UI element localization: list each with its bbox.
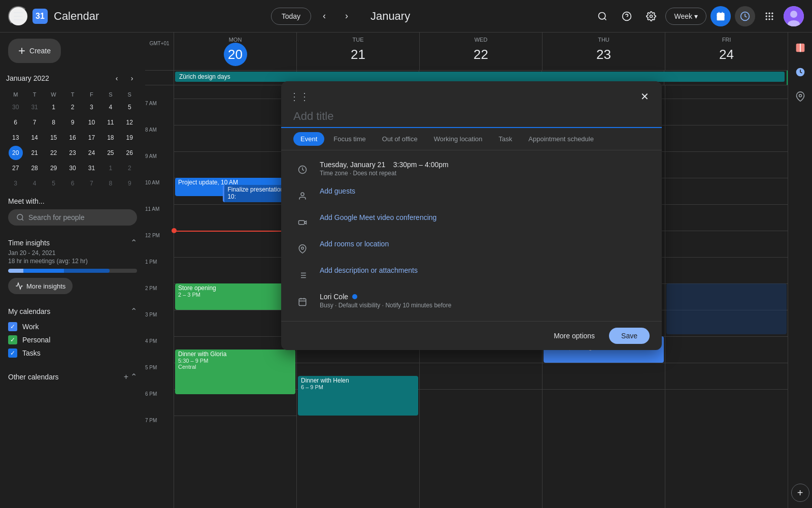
mini-day[interactable]: 7 [27, 115, 42, 130]
tab-appointment[interactable]: Appointment schedule [521, 132, 601, 146]
mini-day[interactable]: 22 [47, 146, 61, 160]
mini-day[interactable]: 7 [84, 176, 98, 190]
day-num-20[interactable]: 20 [224, 43, 247, 66]
other-calendars-collapse[interactable]: ⌃ [130, 372, 137, 382]
prev-arrow[interactable]: ‹ [315, 7, 333, 25]
day-num-23[interactable]: 23 [592, 43, 616, 66]
search-people-field[interactable]: Search for people [8, 209, 137, 226]
today-button[interactable]: Today [271, 8, 311, 25]
help-button[interactable] [617, 6, 637, 26]
tab-task[interactable]: Task [492, 132, 520, 146]
calendar-item-work[interactable]: ✓ Work [8, 320, 137, 333]
add-location-link[interactable]: Add rooms or location [320, 240, 389, 248]
add-guests-link[interactable]: Add guests [320, 187, 355, 195]
mini-day[interactable]: 25 [104, 146, 118, 160]
event-date[interactable]: Tuesday, January 21 [320, 161, 385, 169]
mini-day[interactable]: 21 [27, 146, 42, 160]
search-button[interactable] [592, 6, 613, 26]
mini-day[interactable]: 31 [84, 161, 98, 175]
mini-day[interactable]: 1 [104, 161, 118, 175]
work-checkbox[interactable]: ✓ [8, 322, 17, 331]
tab-working-location[interactable]: Working location [427, 132, 490, 146]
event-fri-unknown[interactable] [666, 283, 787, 334]
mini-day[interactable]: 3 [84, 100, 98, 114]
mini-day[interactable]: 15 [47, 131, 61, 145]
event-dinner-gloria[interactable]: Dinner with Gloria 5:30 – 9 PM Central [175, 350, 295, 394]
event-dinner-helen[interactable]: Dinner with Helen 6 – 9 PM [298, 376, 418, 416]
apps-button[interactable] [759, 6, 780, 26]
event-title-input[interactable] [281, 106, 662, 128]
calendar-item-personal[interactable]: ✓ Personal [8, 333, 137, 346]
mini-day[interactable]: 31 [27, 100, 42, 114]
mini-day[interactable]: 2 [65, 100, 80, 114]
mini-day[interactable]: 8 [104, 176, 118, 190]
mini-day[interactable]: 23 [65, 146, 80, 160]
add-meet-link[interactable]: Add Google Meet video conferencing [320, 213, 436, 221]
tab-focus-time[interactable]: Focus time [326, 132, 373, 146]
settings-button[interactable] [641, 6, 661, 26]
right-maps-icon[interactable] [791, 87, 809, 106]
mini-next[interactable]: › [125, 71, 139, 85]
add-other-calendar[interactable]: + [124, 372, 128, 382]
my-calendars-collapse[interactable]: ⌃ [130, 306, 137, 316]
mini-day[interactable]: 27 [9, 161, 23, 175]
tab-out-of-office[interactable]: Out of office [375, 132, 425, 146]
day-num-22[interactable]: 22 [469, 43, 493, 66]
right-notifications-icon[interactable] [791, 39, 809, 57]
mini-prev[interactable]: ‹ [110, 71, 124, 85]
mini-day[interactable]: 28 [27, 161, 42, 175]
create-button[interactable]: + Create [8, 39, 61, 63]
mini-day[interactable]: 4 [104, 100, 118, 114]
mini-day-today[interactable]: 20 [9, 146, 23, 160]
mini-day[interactable]: 1 [47, 100, 61, 114]
day-num-24[interactable]: 24 [715, 43, 738, 66]
mini-day[interactable]: 18 [104, 131, 118, 145]
mini-day[interactable]: 19 [122, 131, 137, 145]
mini-day[interactable]: 17 [84, 131, 98, 145]
mini-day[interactable]: 5 [122, 100, 137, 114]
mini-day[interactable]: 26 [122, 146, 137, 160]
day-num-21[interactable]: 21 [347, 43, 370, 66]
more-insights-button[interactable]: More insights [8, 278, 73, 294]
mini-day[interactable]: 30 [65, 161, 80, 175]
mini-day[interactable]: 5 [47, 176, 61, 190]
tab-event[interactable]: Event [293, 132, 324, 146]
mini-day[interactable]: 12 [122, 115, 137, 130]
event-time-range[interactable]: 3:30pm – 4:00pm [393, 161, 449, 169]
mini-day[interactable]: 10 [84, 115, 98, 130]
hamburger-menu[interactable] [8, 6, 28, 26]
view-selector[interactable]: Week ▾ [665, 8, 706, 25]
mini-day[interactable]: 8 [47, 115, 61, 130]
tasks-toggle[interactable] [735, 6, 755, 26]
drag-handle-icon[interactable]: ⋮⋮ [289, 90, 310, 103]
mini-day[interactable]: 9 [65, 115, 80, 130]
calendar-view-toggle[interactable] [710, 6, 731, 26]
mini-day[interactable]: 14 [27, 131, 42, 145]
mini-day[interactable]: 9 [122, 176, 137, 190]
mini-day[interactable]: 29 [47, 161, 61, 175]
mini-day[interactable]: 6 [9, 115, 23, 130]
personal-checkbox[interactable]: ✓ [8, 335, 17, 344]
day-col-mon[interactable]: Project update, 10 AM Finalize presentat… [174, 85, 296, 508]
tasks-checkbox[interactable]: ✓ [8, 348, 17, 358]
event-store-opening[interactable]: Store opening 2 – 3 PM [175, 283, 295, 310]
day-col-fri[interactable] [665, 85, 788, 508]
user-avatar[interactable] [784, 6, 804, 26]
mini-day[interactable]: 11 [104, 115, 118, 130]
calendar-item-tasks[interactable]: ✓ Tasks [8, 346, 137, 360]
save-button[interactable]: Save [609, 328, 650, 344]
more-options-button[interactable]: More options [546, 328, 603, 344]
mini-day[interactable]: 6 [65, 176, 80, 190]
add-description-link[interactable]: Add description or attachments [320, 266, 418, 274]
right-add-button[interactable]: + [791, 484, 809, 502]
mini-day[interactable]: 24 [84, 146, 98, 160]
mini-day[interactable]: 13 [9, 131, 23, 145]
mini-day[interactable]: 3 [9, 176, 23, 190]
next-arrow[interactable]: › [337, 7, 356, 25]
right-calendar-icon[interactable] [791, 63, 809, 81]
allday-event-zurich[interactable]: Zürich design days [175, 72, 785, 82]
mini-day[interactable]: 2 [122, 161, 137, 175]
mini-day[interactable]: 30 [9, 100, 23, 114]
dialog-close-button[interactable]: ✕ [635, 87, 654, 106]
mini-day[interactable]: 4 [27, 176, 42, 190]
